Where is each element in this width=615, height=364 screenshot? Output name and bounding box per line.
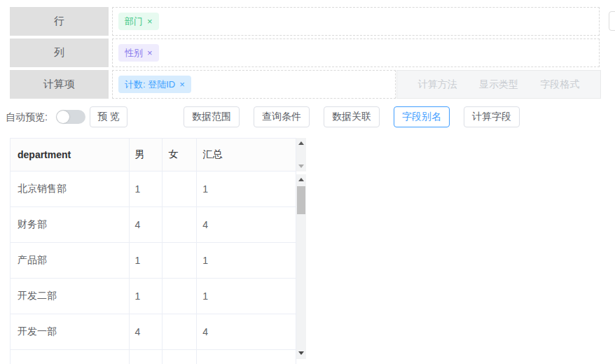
data-relation-button[interactable]: 数据关联 <box>324 106 380 127</box>
cell-department: 开发一部 <box>11 314 130 350</box>
query-condition-button[interactable]: 查询条件 <box>254 106 310 127</box>
pivot-config-screen: 行 部门 × 列 性别 × 计算项 计数: 登陆ID × 计算方法 显示类型 字… <box>0 0 615 364</box>
table-row-partial <box>10 350 296 364</box>
field-tag-text: 性别 <box>125 47 143 59</box>
column-axis-dropzone[interactable]: 性别 × <box>112 38 600 67</box>
cell-department <box>11 350 130 364</box>
cell-male: 1 <box>130 279 163 314</box>
cell-male <box>130 350 163 364</box>
row-axis-dropzone[interactable]: 部门 × <box>112 7 600 36</box>
table-header-row: department 男 女 汇总 <box>10 138 296 172</box>
measure-axis-label: 计算项 <box>10 70 109 99</box>
cell-total: 1 <box>197 172 296 207</box>
collapsed-panel-handle[interactable] <box>609 11 615 31</box>
col-header-total: 汇总 <box>197 139 296 172</box>
auto-preview-toggle[interactable] <box>56 110 85 124</box>
col-header-male: 男 <box>130 139 163 172</box>
scroll-up-icon[interactable] <box>298 141 304 145</box>
cell-total: 4 <box>197 314 296 350</box>
display-type-button: 显示类型 <box>479 78 518 91</box>
measure-actions-panel: 计算方法 显示类型 字段格式 <box>396 70 601 99</box>
remove-tag-icon[interactable]: × <box>147 16 153 27</box>
cell-department: 开发二部 <box>11 279 130 314</box>
calc-field-button[interactable]: 计算字段 <box>464 106 520 127</box>
field-alias-button[interactable]: 字段别名 <box>394 106 450 127</box>
cell-department: 产品部 <box>11 243 130 279</box>
cell-total: 1 <box>197 243 296 279</box>
col-header-female: 女 <box>163 139 197 172</box>
field-tag-gender[interactable]: 性别 × <box>118 44 159 62</box>
field-tag-department[interactable]: 部门 × <box>118 13 159 30</box>
cell-male: 1 <box>130 243 163 279</box>
cell-female <box>163 243 197 279</box>
preview-button[interactable]: 预 览 <box>90 106 127 127</box>
calc-method-button: 计算方法 <box>418 78 457 91</box>
cell-female <box>163 314 197 350</box>
remove-tag-icon[interactable]: × <box>147 48 153 58</box>
scroll-up-icon[interactable] <box>298 178 304 181</box>
cell-female <box>163 207 197 243</box>
preview-table: department 男 女 汇总 北京销售部 1 1 财务部 4 4 产品部 … <box>10 138 296 364</box>
toggle-knob <box>57 111 69 123</box>
cell-female <box>163 279 197 314</box>
cell-male: 1 <box>130 172 163 207</box>
field-format-button: 字段格式 <box>540 78 579 91</box>
column-axis-label: 列 <box>10 38 109 67</box>
row-axis-label: 行 <box>10 7 109 36</box>
field-tag-text: 部门 <box>125 15 143 28</box>
header-scrollbar[interactable] <box>296 138 306 172</box>
cell-department: 财务部 <box>11 207 130 243</box>
table-row: 产品部 1 1 <box>10 243 296 279</box>
measure-axis-dropzone[interactable]: 计数: 登陆ID × <box>112 70 396 99</box>
scroll-down-icon[interactable] <box>298 351 304 355</box>
cell-male: 4 <box>130 207 163 243</box>
data-range-button[interactable]: 数据范围 <box>184 106 240 127</box>
field-tag-text: 计数: 登陆ID <box>125 78 175 91</box>
table-row: 北京销售部 1 1 <box>10 172 296 207</box>
table-row: 财务部 4 4 <box>10 207 296 243</box>
remove-tag-icon[interactable]: × <box>179 79 185 90</box>
cell-total: 1 <box>197 279 296 314</box>
body-scrollbar[interactable] <box>296 174 306 359</box>
field-tag-count-loginid[interactable]: 计数: 登陆ID × <box>118 76 191 93</box>
scrollbar-thumb[interactable] <box>297 186 305 214</box>
cell-female <box>163 350 197 364</box>
table-row: 开发二部 1 1 <box>10 279 296 314</box>
cell-department: 北京销售部 <box>11 172 130 207</box>
cell-female <box>163 172 197 207</box>
table-row: 开发一部 4 4 <box>10 314 296 350</box>
cell-total <box>197 350 296 364</box>
scroll-down-icon[interactable] <box>298 164 304 168</box>
auto-preview-label: 自动预览: <box>6 106 48 127</box>
cell-total: 4 <box>197 207 296 243</box>
cell-male: 4 <box>130 314 163 350</box>
col-header-department: department <box>11 139 130 172</box>
